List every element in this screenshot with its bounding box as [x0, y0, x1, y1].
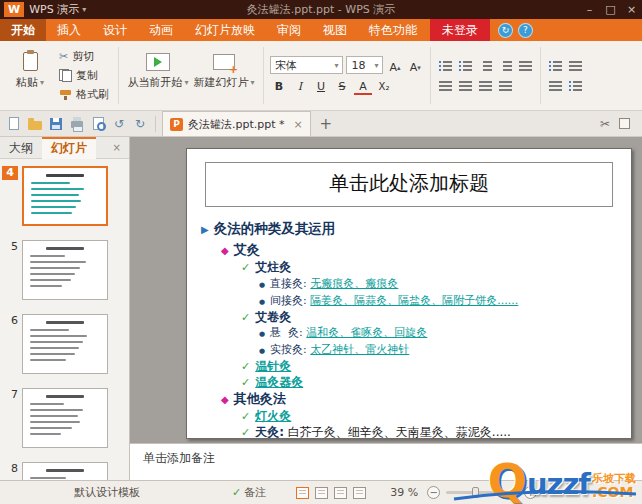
- slide-content-line-2[interactable]: ✓艾炷灸: [197, 260, 625, 276]
- align-justify-icon[interactable]: [497, 78, 514, 93]
- new-tab-button[interactable]: +: [314, 113, 338, 134]
- slide-canvas[interactable]: 单击此处添加标题 ▶灸法的种类及其运用◆艾灸✓艾炷灸●直接灸: 无瘢痕灸、瘢痕灸…: [186, 148, 632, 439]
- font-toggle-2[interactable]: U: [312, 78, 330, 95]
- play-from-current-button[interactable]: 从当前开始▾: [125, 45, 191, 106]
- slide-link[interactable]: 隔姜灸、隔蒜灸、隔盐灸、隔附子饼灸......: [310, 293, 518, 308]
- design-template-label[interactable]: 默认设计模板: [74, 485, 140, 500]
- slide-thumbnail[interactable]: [22, 240, 108, 300]
- increase-font-button[interactable]: A▴: [386, 56, 403, 74]
- zoom-in-button[interactable]: +: [524, 486, 537, 499]
- slide-content-line-11[interactable]: ✓灯火灸: [197, 409, 625, 425]
- decrease-font-button[interactable]: A▾: [407, 56, 424, 74]
- slide-link[interactable]: 无瘢痕灸、瘢痕灸: [310, 276, 398, 291]
- slide-content-line-7[interactable]: ●实按灸: 太乙神针、雷火神针: [197, 342, 625, 359]
- font-toggle-3[interactable]: S: [333, 78, 351, 95]
- font-toggle-5[interactable]: X₂: [375, 78, 393, 95]
- slide-content-line-6[interactable]: ●悬 灸: 温和灸、雀啄灸、回旋灸: [197, 325, 625, 342]
- slide-link[interactable]: 温灸器灸: [255, 375, 303, 391]
- font-name-select[interactable]: 宋体▾: [270, 56, 343, 74]
- chevron-down-icon[interactable]: ▾: [82, 5, 86, 14]
- ribbon-tab-1[interactable]: 插入: [46, 19, 92, 41]
- minimize-button[interactable]: –: [579, 0, 600, 19]
- slide-sorter-icon[interactable]: [315, 487, 328, 499]
- help-icon[interactable]: ?: [518, 23, 533, 38]
- ribbon-tab-7[interactable]: 特色功能: [358, 19, 428, 41]
- close-tab-icon[interactable]: ×: [294, 118, 303, 131]
- cut-button[interactable]: ✂剪切: [56, 49, 112, 64]
- notes-panel[interactable]: 单击添加备注: [130, 443, 642, 480]
- screenshot-scissors-icon[interactable]: ✂: [600, 117, 610, 131]
- save-button[interactable]: [47, 115, 65, 133]
- slideshow-icon[interactable]: [353, 487, 366, 499]
- ribbon-tab-4[interactable]: 幻灯片放映: [184, 19, 266, 41]
- sync-icon[interactable]: ↻: [498, 23, 513, 38]
- tab-slides[interactable]: 幻灯片: [42, 137, 96, 159]
- slide-content-line-5[interactable]: ✓艾卷灸: [197, 310, 625, 326]
- slide-link[interactable]: 温针灸: [255, 359, 291, 375]
- slide-content-line-3[interactable]: ●直接灸: 无瘢痕灸、瘢痕灸: [197, 276, 625, 293]
- ribbon-tab-0[interactable]: 开始: [0, 19, 46, 41]
- tab-outline[interactable]: 大纲: [0, 137, 42, 159]
- zoom-slider[interactable]: [446, 491, 518, 494]
- slide-thumbnail[interactable]: [22, 388, 108, 448]
- ribbon-tab-2[interactable]: 设计: [92, 19, 138, 41]
- app-menu-button[interactable]: WPS 演示: [29, 2, 79, 17]
- zoom-slider-thumb[interactable]: [472, 487, 479, 498]
- align-left-icon[interactable]: [437, 78, 454, 93]
- slide-thumbnail[interactable]: [22, 166, 108, 226]
- ribbon-tab-5[interactable]: 审阅: [266, 19, 312, 41]
- close-button[interactable]: ×: [621, 0, 642, 19]
- slide-content-line-10[interactable]: ◆其他灸法: [197, 390, 625, 408]
- slide-content-line-0[interactable]: ▶灸法的种类及其运用: [197, 219, 625, 239]
- slide-title-placeholder[interactable]: 单击此处添加标题: [205, 162, 613, 207]
- align-right-icon[interactable]: [477, 78, 494, 93]
- normal-view-icon[interactable]: [296, 487, 309, 499]
- ribbon-tab-6[interactable]: 视图: [312, 19, 358, 41]
- columns-icon[interactable]: [567, 58, 584, 73]
- document-tab[interactable]: P 灸法罐法.ppt.ppt * ×: [162, 111, 311, 136]
- font-toggle-0[interactable]: B: [270, 78, 288, 95]
- print-preview-button[interactable]: [89, 115, 107, 133]
- slide-content-line-1[interactable]: ◆艾灸: [197, 241, 625, 259]
- wps-logo[interactable]: W: [4, 2, 24, 17]
- slide-content-line-4[interactable]: ●间接灸: 隔姜灸、隔蒜灸、隔盐灸、隔附子饼灸......: [197, 293, 625, 310]
- font-toggle-4[interactable]: A: [354, 80, 372, 95]
- line-spacing-icon[interactable]: [517, 58, 534, 73]
- reading-view-icon[interactable]: [334, 487, 347, 499]
- layout-tool-icon[interactable]: [619, 118, 630, 129]
- format-painter-button[interactable]: 格式刷: [56, 87, 112, 102]
- decrease-indent-icon[interactable]: [477, 58, 494, 73]
- notes-toggle[interactable]: ✓ 备注: [232, 485, 266, 500]
- slide-link[interactable]: 太乙神针、雷火神针: [310, 342, 409, 357]
- slide-link[interactable]: 灯火灸: [255, 409, 291, 425]
- open-file-button[interactable]: [26, 115, 44, 133]
- maximize-button[interactable]: □: [600, 0, 621, 19]
- undo-button[interactable]: ↺: [110, 115, 128, 133]
- slide-thumbnail[interactable]: [22, 314, 108, 374]
- font-size-select[interactable]: 18▾: [346, 56, 383, 74]
- new-slide-button[interactable]: 新建幻灯片▾: [191, 45, 257, 106]
- align-center-icon[interactable]: [457, 78, 474, 93]
- ribbon-tab-3[interactable]: 动画: [138, 19, 184, 41]
- print-button[interactable]: [68, 115, 86, 133]
- shape-icon[interactable]: [547, 78, 564, 93]
- slide-content-line-12[interactable]: ✓天灸: 白芥子灸、细辛灸、天南星灸、蒜泥灸.....: [197, 425, 625, 441]
- text-direction-icon[interactable]: [547, 58, 564, 73]
- numbered-list-icon[interactable]: [457, 58, 474, 73]
- redo-button[interactable]: ↻: [131, 115, 149, 133]
- close-panel-icon[interactable]: ×: [105, 142, 129, 153]
- new-file-button[interactable]: [5, 115, 23, 133]
- slide-content-line-8[interactable]: ✓温针灸: [197, 359, 625, 375]
- bullet-list-icon[interactable]: [437, 58, 454, 73]
- arrange-icon[interactable]: [567, 78, 584, 93]
- increase-indent-icon[interactable]: [497, 58, 514, 73]
- zoom-out-button[interactable]: −: [427, 486, 440, 499]
- slide-content-line-9[interactable]: ✓温灸器灸: [197, 375, 625, 391]
- slide-thumbnail[interactable]: [22, 462, 108, 480]
- login-button[interactable]: 未登录: [430, 19, 490, 41]
- font-toggle-1[interactable]: I: [291, 78, 309, 95]
- slide-link[interactable]: 温和灸、雀啄灸、回旋灸: [306, 325, 427, 340]
- paste-button[interactable]: 粘贴▾: [4, 45, 56, 106]
- copy-button[interactable]: 复制: [56, 68, 112, 83]
- slide-panel: 大纲 幻灯片 × 45678: [0, 137, 130, 480]
